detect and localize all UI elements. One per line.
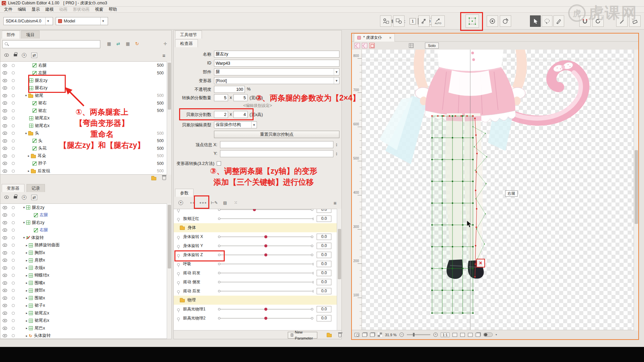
zoom-slider[interactable] xyxy=(407,334,430,335)
slider-min-handle[interactable] xyxy=(218,254,220,256)
new-folder-icon[interactable] xyxy=(151,177,156,180)
tree-row[interactable]: ▸肩膀x xyxy=(0,257,167,264)
menu-item-编辑[interactable]: 编辑 xyxy=(15,7,29,12)
swap-order-icon[interactable]: ⇄ xyxy=(31,53,37,58)
chevron-right-icon[interactable]: ▸ xyxy=(24,326,29,330)
tree-row[interactable]: 头500 xyxy=(0,137,167,145)
parameter-slider[interactable] xyxy=(218,307,313,312)
tree-row[interactable]: ▾腿左zy xyxy=(0,204,167,212)
new-parameter-button[interactable]: + New Parameter xyxy=(288,332,317,339)
chevron-right-icon[interactable]: ▸ xyxy=(24,334,29,338)
slider-min-handle[interactable] xyxy=(218,218,220,220)
opacity-input[interactable] xyxy=(214,86,245,93)
visibility-eye-icon[interactable] xyxy=(0,327,9,330)
tree-row[interactable]: ▸↻头体旋转 xyxy=(0,332,167,339)
snapshot-camera-icon[interactable] xyxy=(355,333,359,337)
visibility-eye-icon[interactable] xyxy=(0,289,9,292)
onion-skin-button[interactable] xyxy=(487,15,498,27)
edit-level-1[interactable]: 1 xyxy=(410,18,416,24)
slider-min-handle[interactable] xyxy=(218,245,220,247)
slider-value-dot[interactable] xyxy=(253,209,256,211)
mode-select[interactable]: Model ▼ xyxy=(56,17,108,25)
lock-ring-icon[interactable] xyxy=(9,304,17,307)
lock-ring-icon[interactable] xyxy=(9,282,17,285)
keyframe-icon[interactable] xyxy=(177,272,180,275)
visibility-eye-icon[interactable] xyxy=(0,259,9,262)
lock-ring-icon[interactable] xyxy=(9,162,17,165)
fit-width-icon[interactable] xyxy=(460,333,465,337)
lock-ring-icon[interactable] xyxy=(9,259,17,262)
dots-grid-icon[interactable]: ⁙ xyxy=(232,199,239,206)
visibility-eye-icon[interactable] xyxy=(0,206,9,209)
chevron-right-icon[interactable]: ▸ xyxy=(24,304,29,307)
lock-ring-icon[interactable] xyxy=(9,102,17,105)
parameter-row[interactable]: 身体旋转 Y0.0 xyxy=(174,241,337,250)
split-h-input[interactable] xyxy=(233,94,248,101)
lock-icon[interactable] xyxy=(14,54,17,56)
chevron-down-icon[interactable]: ▾ xyxy=(22,221,26,224)
solo-button[interactable]: Solo xyxy=(425,43,439,49)
tree-row[interactable]: ▸裙子x xyxy=(0,302,167,310)
lock-ring-icon[interactable] xyxy=(9,155,17,158)
visibility-eye-icon[interactable] xyxy=(0,214,9,217)
onion-skin-icon[interactable] xyxy=(362,333,367,337)
chevron-right-icon[interactable]: ▸ xyxy=(24,244,29,247)
panel-menu-icon[interactable]: ≡ xyxy=(331,199,339,206)
lock-ring-icon[interactable] xyxy=(9,266,17,269)
keyframe-icon[interactable] xyxy=(177,263,180,266)
slider-min-handle[interactable] xyxy=(218,290,220,292)
trash-icon[interactable] xyxy=(162,176,166,180)
tree-row[interactable]: 裙尾右x xyxy=(0,122,167,130)
tree-row[interactable]: 腿左zy xyxy=(0,77,167,84)
slider-value-dot[interactable] xyxy=(264,253,267,256)
parameter-row[interactable]: 摇动 前发0.0 xyxy=(174,268,337,278)
three-dots-key-icon[interactable]: ∘∘∘ xyxy=(199,199,207,206)
slider-max-handle[interactable] xyxy=(311,308,313,310)
deform-path-icon[interactable] xyxy=(362,43,367,48)
snap-target-button[interactable] xyxy=(418,15,430,27)
slider-value-dot[interactable] xyxy=(264,235,267,238)
parameter-slider[interactable] xyxy=(218,235,313,239)
slider-min-handle[interactable] xyxy=(218,209,220,211)
tree-row[interactable]: 裙右500 xyxy=(0,100,167,107)
slider-min-handle[interactable] xyxy=(218,308,220,310)
lock-ring-icon[interactable] xyxy=(9,71,17,74)
parameter-value[interactable]: 0.0 xyxy=(317,306,331,312)
close-icon[interactable]: × xyxy=(389,36,391,40)
slider-max-handle[interactable] xyxy=(311,209,313,211)
visibility-eye-icon[interactable] xyxy=(0,64,9,67)
chevron-right-icon[interactable]: ▸ xyxy=(24,274,29,277)
filter-grid-icon[interactable]: ▦ xyxy=(107,41,111,46)
lock-ring-icon[interactable] xyxy=(9,170,17,173)
eraser-tool-button[interactable] xyxy=(629,15,641,27)
keyboard-icon[interactable]: ▤ xyxy=(221,199,229,206)
tree-row[interactable]: ▸尾巴x xyxy=(0,324,167,332)
slider-min-handle[interactable] xyxy=(218,236,220,238)
trash-icon[interactable] xyxy=(338,333,341,337)
lock-ring-icon[interactable] xyxy=(9,297,17,300)
slider-edit-icon[interactable]: ⊢✎ xyxy=(211,199,218,206)
tree-row[interactable]: ▾腿右zy xyxy=(0,219,167,227)
visibility-eye-icon[interactable] xyxy=(0,274,9,277)
model-parts-button[interactable] xyxy=(380,15,391,27)
parameter-value[interactable]: 0.0 xyxy=(317,234,331,240)
two-dots-icon[interactable]: ∘∘ xyxy=(189,199,196,206)
parameter-row[interactable]: 摇动 后发0.0 xyxy=(174,287,337,296)
parameter-slider[interactable] xyxy=(218,289,313,294)
keyframe-icon[interactable] xyxy=(177,317,180,320)
lock-ring-icon[interactable] xyxy=(9,289,17,292)
deformer-select[interactable]: [Root] ▼ xyxy=(214,77,339,84)
chevron-down-icon[interactable]: ▾ xyxy=(22,206,26,209)
slider-min-handle[interactable] xyxy=(218,272,220,274)
deformer-tree-scrollbar[interactable] xyxy=(167,203,171,339)
background-checker-icon[interactable] xyxy=(378,333,382,337)
tree-row[interactable]: ▾↻体旋转 xyxy=(0,234,167,242)
chevron-right-icon[interactable]: ▸ xyxy=(24,296,29,300)
magnet-tool-button[interactable] xyxy=(579,15,591,27)
parameter-slider[interactable] xyxy=(218,316,313,321)
grid-toggle-icon[interactable] xyxy=(409,43,414,48)
visibility-eye-icon[interactable] xyxy=(0,319,9,322)
chevron-right-icon[interactable]: ▸ xyxy=(26,154,31,158)
tree-row[interactable]: ▸围裙x xyxy=(0,294,167,302)
arrow-tool-button[interactable] xyxy=(530,15,541,27)
